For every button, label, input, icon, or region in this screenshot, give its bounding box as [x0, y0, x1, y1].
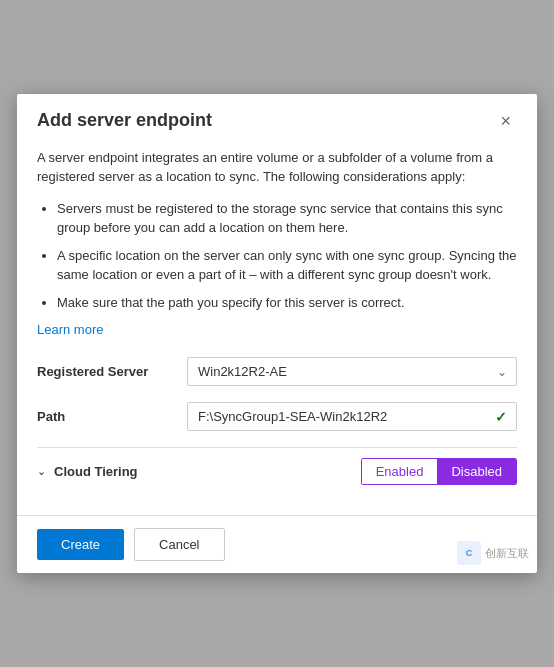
close-button[interactable]: × [494, 110, 517, 132]
collapse-icon[interactable]: ⌄ [37, 465, 46, 478]
registered-server-select[interactable]: Win2k12R2-AE [187, 357, 517, 386]
enabled-toggle-button[interactable]: Enabled [362, 459, 438, 484]
cloud-tiering-label: Cloud Tiering [54, 464, 361, 479]
dialog-overlay: Add server endpoint × A server endpoint … [0, 0, 554, 667]
cancel-button[interactable]: Cancel [134, 528, 224, 561]
dialog-body: A server endpoint integrates an entire v… [17, 144, 537, 516]
intro-text: A server endpoint integrates an entire v… [37, 148, 517, 187]
path-row: Path ✓ [37, 402, 517, 431]
watermark-text: 创新互联 [485, 546, 529, 561]
learn-more-link[interactable]: Learn more [37, 322, 103, 337]
path-input[interactable] [187, 402, 517, 431]
dialog-header: Add server endpoint × [17, 94, 537, 144]
cloud-tiering-toggle-group: Enabled Disabled [361, 458, 517, 485]
dialog: Add server endpoint × A server endpoint … [17, 94, 537, 574]
path-control: ✓ [187, 402, 517, 431]
dialog-footer: Create Cancel C 创新互联 [17, 515, 537, 573]
watermark-logo: C [457, 541, 481, 565]
create-button[interactable]: Create [37, 529, 124, 560]
registered-server-row: Registered Server Win2k12R2-AE ⌄ [37, 357, 517, 386]
dialog-title: Add server endpoint [37, 110, 212, 131]
bullet-item-3: Make sure that the path you specify for … [57, 293, 517, 313]
path-label: Path [37, 409, 187, 424]
bullet-item-2: A specific location on the server can on… [57, 246, 517, 285]
bullet-item-1: Servers must be registered to the storag… [57, 199, 517, 238]
registered-server-label: Registered Server [37, 364, 187, 379]
checkmark-icon: ✓ [495, 409, 507, 425]
disabled-toggle-button[interactable]: Disabled [437, 459, 516, 484]
registered-server-control: Win2k12R2-AE ⌄ [187, 357, 517, 386]
watermark: C 创新互联 [457, 541, 529, 565]
bullet-list: Servers must be registered to the storag… [57, 199, 517, 313]
cloud-tiering-section: ⌄ Cloud Tiering Enabled Disabled [37, 447, 517, 495]
